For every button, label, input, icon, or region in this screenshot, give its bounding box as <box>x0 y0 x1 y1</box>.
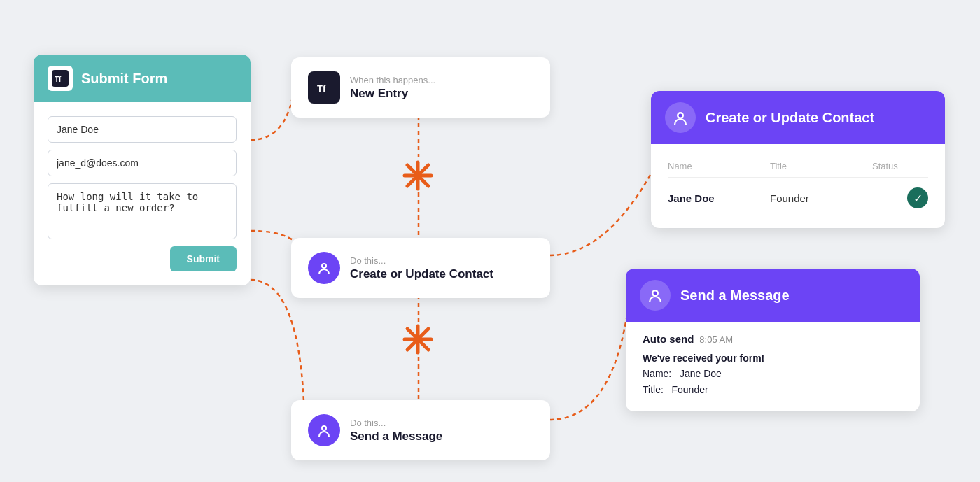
connector-asterisk-2 <box>402 323 434 355</box>
svg-point-16 <box>679 114 682 118</box>
name-input[interactable] <box>48 116 237 143</box>
svg-point-8 <box>323 264 326 267</box>
contact-card-body: Name Title Status Jane Doe Founder ✓ <box>651 144 945 228</box>
trigger-node-text: When this happens... New Entry <box>350 75 435 101</box>
typeform-logo: Tf <box>48 66 73 91</box>
message-body: We've received your form! Name: Jane Doe… <box>643 350 903 397</box>
message-card-body: Auto send 8:05 AM We've received your fo… <box>626 322 920 411</box>
contact-table: Name Title Status Jane Doe Founder ✓ <box>668 155 928 214</box>
message-time: 8:05 AM <box>699 334 733 345</box>
message-heading: We've received your form! <box>643 350 903 366</box>
action1-icon <box>308 252 340 284</box>
col-name: Name <box>668 161 770 171</box>
message-name-line: Name: Jane Doe <box>643 366 903 381</box>
name-label: Name: <box>643 368 671 379</box>
contact-card-header: Create or Update Contact <box>651 91 945 144</box>
action1-label-main: Create or Update Contact <box>350 267 493 281</box>
email-input[interactable] <box>48 150 237 176</box>
action2-label-main: Send a Message <box>350 430 442 444</box>
contact-table-row: Jane Doe Founder ✓ <box>668 178 928 214</box>
message-card-header: Send a Message <box>626 269 920 322</box>
contact-card-icon <box>665 102 696 133</box>
action2-text: Do this... Send a Message <box>350 418 442 444</box>
trigger-label-main: New Entry <box>350 87 435 101</box>
action1-label-small: Do this... <box>350 255 493 266</box>
submit-form-card: Tf Submit Form How long will it take to … <box>34 55 251 285</box>
check-icon: ✓ <box>907 187 928 208</box>
svg-text:Tf: Tf <box>317 83 326 94</box>
message-card-icon <box>640 280 671 311</box>
action-node-2[interactable]: Do this... Send a Message <box>291 400 550 460</box>
submit-form-body: How long will it take to fulfill a new o… <box>34 102 251 285</box>
submit-form-title: Submit Form <box>81 71 167 87</box>
action2-label-small: Do this... <box>350 418 442 428</box>
contact-row-title: Founder <box>770 192 872 204</box>
title-value: Founder <box>672 384 708 395</box>
contact-row-name: Jane Doe <box>668 192 770 204</box>
action-node-1[interactable]: Do this... Create or Update Contact <box>291 238 550 298</box>
title-label: Title: <box>643 384 664 395</box>
message-card: Send a Message Auto send 8:05 AM We've r… <box>626 269 920 411</box>
col-title: Title <box>770 161 872 171</box>
submit-button[interactable]: Submit <box>170 246 237 271</box>
trigger-label-small: When this happens... <box>350 75 435 85</box>
contact-status: ✓ <box>872 187 928 208</box>
auto-send-label: Auto send <box>643 333 694 345</box>
connector-asterisk-1 <box>402 160 434 192</box>
col-status: Status <box>872 161 928 171</box>
svg-point-18 <box>654 292 657 295</box>
contact-card-title: Create or Update Contact <box>706 110 874 126</box>
question-textarea[interactable]: How long will it take to fulfill a new o… <box>48 183 237 239</box>
trigger-node[interactable]: Tf When this happens... New Entry <box>291 57 550 118</box>
message-auto-send: Auto send 8:05 AM <box>643 333 903 345</box>
message-card-title: Send a Message <box>680 288 790 304</box>
action2-icon <box>308 414 340 446</box>
svg-text:Tf: Tf <box>55 76 62 83</box>
svg-point-14 <box>323 427 326 430</box>
contact-table-header: Name Title Status <box>668 155 928 178</box>
message-title-line: Title: Founder <box>643 382 903 397</box>
typeform-trigger-icon: Tf <box>308 71 340 104</box>
submit-form-header: Tf Submit Form <box>34 55 251 102</box>
name-value: Jane Doe <box>680 368 722 379</box>
contact-card: Create or Update Contact Name Title Stat… <box>651 91 945 228</box>
action1-text: Do this... Create or Update Contact <box>350 255 493 281</box>
